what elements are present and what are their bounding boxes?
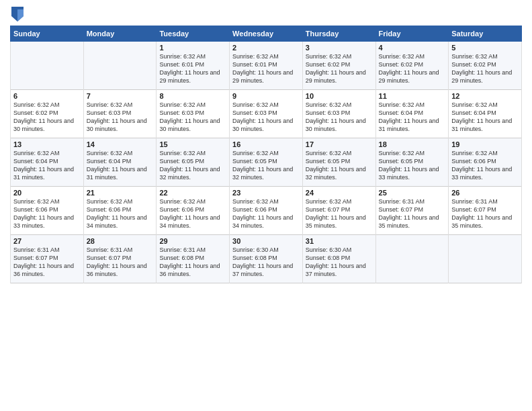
day-number: 20 bbox=[13, 189, 81, 197]
day-number: 13 bbox=[13, 140, 81, 148]
column-header-tuesday: Tuesday bbox=[157, 26, 230, 42]
day-info: Sunrise: 6:32 AMSunset: 6:03 PMDaylight:… bbox=[306, 101, 373, 134]
column-header-thursday: Thursday bbox=[302, 26, 375, 42]
day-number: 30 bbox=[232, 237, 300, 245]
day-number: 1 bbox=[159, 44, 226, 52]
day-number: 29 bbox=[159, 237, 226, 245]
week-row-4: 20Sunrise: 6:32 AMSunset: 6:06 PMDayligh… bbox=[11, 187, 522, 235]
column-header-sunday: Sunday bbox=[11, 26, 84, 42]
svg-marker-1 bbox=[17, 9, 24, 21]
day-info: Sunrise: 6:32 AMSunset: 6:06 PMDaylight:… bbox=[232, 197, 300, 230]
calendar-cell: 1Sunrise: 6:32 AMSunset: 6:01 PMDaylight… bbox=[157, 42, 230, 90]
calendar-cell: 23Sunrise: 6:32 AMSunset: 6:06 PMDayligh… bbox=[230, 187, 303, 235]
day-info: Sunrise: 6:31 AMSunset: 6:07 PMDaylight:… bbox=[13, 246, 81, 279]
calendar-table: SundayMondayTuesdayWednesdayThursdayFrid… bbox=[10, 26, 522, 283]
day-number: 25 bbox=[379, 189, 446, 197]
day-number: 11 bbox=[379, 92, 446, 100]
day-info: Sunrise: 6:32 AMSunset: 6:05 PMDaylight:… bbox=[232, 149, 300, 182]
day-number: 9 bbox=[232, 92, 300, 100]
column-header-friday: Friday bbox=[375, 26, 449, 42]
day-info: Sunrise: 6:32 AMSunset: 6:06 PMDaylight:… bbox=[451, 149, 519, 182]
day-info: Sunrise: 6:32 AMSunset: 6:03 PMDaylight:… bbox=[159, 101, 226, 134]
day-number: 5 bbox=[451, 44, 519, 52]
calendar-cell: 17Sunrise: 6:32 AMSunset: 6:05 PMDayligh… bbox=[302, 138, 375, 187]
day-info: Sunrise: 6:32 AMSunset: 6:01 PMDaylight:… bbox=[232, 52, 300, 85]
column-header-saturday: Saturday bbox=[449, 26, 522, 42]
calendar-cell: 22Sunrise: 6:32 AMSunset: 6:06 PMDayligh… bbox=[157, 187, 230, 235]
day-info: Sunrise: 6:32 AMSunset: 6:02 PMDaylight:… bbox=[451, 52, 519, 85]
day-info: Sunrise: 6:32 AMSunset: 6:03 PMDaylight:… bbox=[232, 101, 300, 134]
day-info: Sunrise: 6:32 AMSunset: 6:04 PMDaylight:… bbox=[451, 101, 519, 134]
day-number: 28 bbox=[87, 237, 154, 245]
calendar-cell: 14Sunrise: 6:32 AMSunset: 6:04 PMDayligh… bbox=[83, 138, 157, 187]
day-info: Sunrise: 6:32 AMSunset: 6:02 PMDaylight:… bbox=[379, 52, 446, 85]
day-info: Sunrise: 6:32 AMSunset: 6:07 PMDaylight:… bbox=[306, 197, 373, 230]
week-row-3: 13Sunrise: 6:32 AMSunset: 6:04 PMDayligh… bbox=[11, 138, 522, 187]
calendar-cell: 4Sunrise: 6:32 AMSunset: 6:02 PMDaylight… bbox=[375, 42, 449, 90]
day-info: Sunrise: 6:32 AMSunset: 6:03 PMDaylight:… bbox=[87, 101, 154, 134]
calendar-cell: 9Sunrise: 6:32 AMSunset: 6:03 PMDaylight… bbox=[230, 90, 303, 138]
day-number: 27 bbox=[13, 237, 81, 245]
week-row-2: 6Sunrise: 6:32 AMSunset: 6:02 PMDaylight… bbox=[11, 90, 522, 138]
column-headers: SundayMondayTuesdayWednesdayThursdayFrid… bbox=[11, 26, 522, 42]
calendar-cell: 7Sunrise: 6:32 AMSunset: 6:03 PMDaylight… bbox=[83, 90, 157, 138]
calendar-cell: 6Sunrise: 6:32 AMSunset: 6:02 PMDaylight… bbox=[11, 90, 84, 138]
calendar-cell: 31Sunrise: 6:30 AMSunset: 6:08 PMDayligh… bbox=[302, 235, 375, 283]
calendar-cell: 21Sunrise: 6:32 AMSunset: 6:06 PMDayligh… bbox=[83, 187, 157, 235]
day-number: 4 bbox=[379, 44, 446, 52]
calendar-cell: 16Sunrise: 6:32 AMSunset: 6:05 PMDayligh… bbox=[230, 138, 303, 187]
calendar-cell: 11Sunrise: 6:32 AMSunset: 6:04 PMDayligh… bbox=[375, 90, 449, 138]
day-number: 15 bbox=[159, 140, 226, 148]
day-number: 21 bbox=[87, 189, 154, 197]
day-number: 10 bbox=[306, 92, 373, 100]
day-info: Sunrise: 6:30 AMSunset: 6:08 PMDaylight:… bbox=[306, 246, 373, 279]
calendar-cell: 30Sunrise: 6:30 AMSunset: 6:08 PMDayligh… bbox=[230, 235, 303, 283]
calendar-cell: 12Sunrise: 6:32 AMSunset: 6:04 PMDayligh… bbox=[449, 90, 522, 138]
day-info: Sunrise: 6:32 AMSunset: 6:05 PMDaylight:… bbox=[159, 149, 226, 182]
day-info: Sunrise: 6:32 AMSunset: 6:06 PMDaylight:… bbox=[13, 197, 81, 230]
day-info: Sunrise: 6:32 AMSunset: 6:02 PMDaylight:… bbox=[306, 52, 373, 85]
calendar-cell: 28Sunrise: 6:31 AMSunset: 6:07 PMDayligh… bbox=[83, 235, 157, 283]
calendar-cell bbox=[83, 42, 157, 90]
day-info: Sunrise: 6:32 AMSunset: 6:06 PMDaylight:… bbox=[87, 197, 154, 230]
calendar-cell: 18Sunrise: 6:32 AMSunset: 6:05 PMDayligh… bbox=[375, 138, 449, 187]
calendar-cell: 5Sunrise: 6:32 AMSunset: 6:02 PMDaylight… bbox=[449, 42, 522, 90]
day-info: Sunrise: 6:31 AMSunset: 6:07 PMDaylight:… bbox=[87, 246, 154, 279]
day-number: 2 bbox=[232, 44, 300, 52]
day-number: 8 bbox=[159, 92, 226, 100]
day-number: 17 bbox=[306, 140, 373, 148]
day-number: 12 bbox=[451, 92, 519, 100]
column-header-monday: Monday bbox=[83, 26, 157, 42]
day-number: 16 bbox=[232, 140, 300, 148]
day-number: 26 bbox=[451, 189, 519, 197]
week-row-1: 1Sunrise: 6:32 AMSunset: 6:01 PMDaylight… bbox=[11, 42, 522, 90]
day-number: 24 bbox=[306, 189, 373, 197]
calendar-cell: 27Sunrise: 6:31 AMSunset: 6:07 PMDayligh… bbox=[11, 235, 84, 283]
day-number: 22 bbox=[159, 189, 226, 197]
calendar-cell: 29Sunrise: 6:31 AMSunset: 6:08 PMDayligh… bbox=[157, 235, 230, 283]
calendar-cell: 24Sunrise: 6:32 AMSunset: 6:07 PMDayligh… bbox=[302, 187, 375, 235]
column-header-wednesday: Wednesday bbox=[230, 26, 303, 42]
calendar-cell: 20Sunrise: 6:32 AMSunset: 6:06 PMDayligh… bbox=[11, 187, 84, 235]
day-info: Sunrise: 6:32 AMSunset: 6:04 PMDaylight:… bbox=[87, 149, 154, 182]
day-number: 31 bbox=[306, 237, 373, 245]
day-info: Sunrise: 6:32 AMSunset: 6:05 PMDaylight:… bbox=[306, 149, 373, 182]
calendar-cell: 3Sunrise: 6:32 AMSunset: 6:02 PMDaylight… bbox=[302, 42, 375, 90]
calendar-cell: 19Sunrise: 6:32 AMSunset: 6:06 PMDayligh… bbox=[449, 138, 522, 187]
day-number: 14 bbox=[87, 140, 154, 148]
header bbox=[10, 7, 522, 21]
day-number: 23 bbox=[232, 189, 300, 197]
calendar-cell bbox=[375, 235, 449, 283]
page: SundayMondayTuesdayWednesdayThursdayFrid… bbox=[0, 0, 532, 411]
day-info: Sunrise: 6:32 AMSunset: 6:04 PMDaylight:… bbox=[13, 149, 81, 182]
day-info: Sunrise: 6:32 AMSunset: 6:05 PMDaylight:… bbox=[379, 149, 446, 182]
day-info: Sunrise: 6:32 AMSunset: 6:06 PMDaylight:… bbox=[159, 197, 226, 230]
day-info: Sunrise: 6:30 AMSunset: 6:08 PMDaylight:… bbox=[232, 246, 300, 279]
day-number: 3 bbox=[306, 44, 373, 52]
calendar-cell: 13Sunrise: 6:32 AMSunset: 6:04 PMDayligh… bbox=[11, 138, 84, 187]
logo-icon bbox=[11, 7, 24, 21]
calendar-cell: 25Sunrise: 6:31 AMSunset: 6:07 PMDayligh… bbox=[375, 187, 449, 235]
calendar-cell: 26Sunrise: 6:31 AMSunset: 6:07 PMDayligh… bbox=[449, 187, 522, 235]
day-info: Sunrise: 6:31 AMSunset: 6:07 PMDaylight:… bbox=[379, 197, 446, 230]
day-number: 18 bbox=[379, 140, 446, 148]
